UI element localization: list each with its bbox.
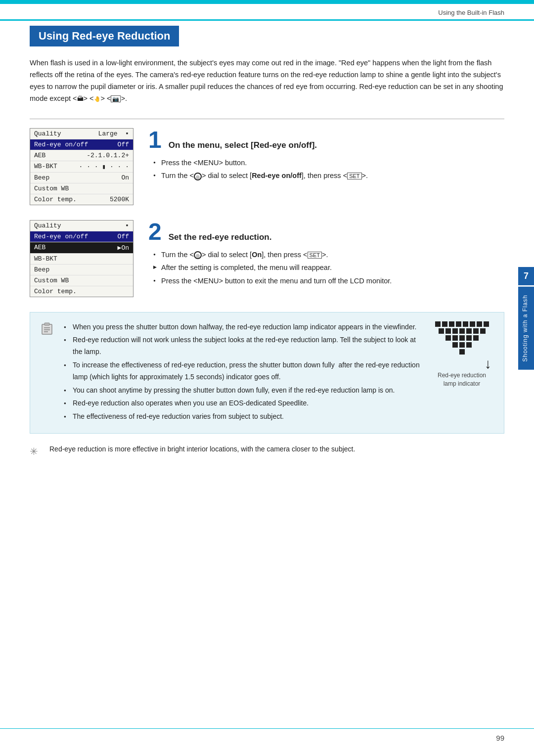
- lamp-seg: [449, 321, 454, 327]
- lamp-seg: [459, 349, 465, 355]
- header-label: Using the Built-in Flash: [438, 9, 504, 16]
- step-2-bullets: Turn the <◎> dial to select [On], then p…: [148, 249, 504, 287]
- lamp-seg: [484, 321, 489, 327]
- menu-row-colortemp-1: Color temp.5200K: [30, 194, 133, 205]
- lamp-row-2: [439, 328, 486, 334]
- menu-row-beep-2: Beep: [30, 265, 133, 275]
- lamp-seg: [435, 321, 441, 327]
- info-box: When you press the shutter button down h…: [30, 312, 504, 434]
- step-2-header: 2 Set the red-eye reduction.: [148, 220, 504, 244]
- sidebar-tab-number: 7: [518, 267, 534, 285]
- step-2-bullet-2: After the setting is completed, the menu…: [153, 262, 504, 274]
- step-2-title: Set the red-eye reduction.: [169, 232, 272, 242]
- lamp-seg: [456, 321, 461, 327]
- lamp-seg: [470, 321, 475, 327]
- lamp-seg: [463, 321, 468, 327]
- step-1-bullet-2: Turn the <◎> dial to select [Red-eye on/…: [153, 170, 504, 182]
- step-1-row: QualityLarge ▪ Red-eye on/offOff AEB-2.1…: [30, 128, 504, 205]
- lamp-seg: [452, 335, 458, 341]
- lamp-seg: [473, 328, 479, 334]
- lamp-seg: [459, 342, 465, 348]
- info-bullet-2: Red-eye reduction will not work unless t…: [64, 334, 420, 358]
- menu-row-quality: QualityLarge ▪: [30, 129, 133, 139]
- info-bullet-6: The effectiveness of red-eye reduction v…: [64, 411, 420, 423]
- page-header: Using the Built-in Flash: [0, 4, 534, 19]
- svg-rect-0: [42, 324, 52, 334]
- info-bullet-3: To increase the effectiveness of red-eye…: [64, 359, 420, 383]
- lamp-row-3: [445, 335, 479, 341]
- step-2-content: 2 Set the red-eye reduction. Turn the <◎…: [148, 220, 504, 288]
- menu-row-beep-1: BeepOn: [30, 173, 133, 183]
- lamp-seg: [439, 328, 444, 334]
- bottom-accent-line: [0, 728, 534, 729]
- lamp-seg: [442, 321, 447, 327]
- menu-row-customwb-1: Custom WB: [30, 183, 133, 194]
- step-1-bullet-1: Press the <MENU> button.: [153, 157, 504, 169]
- lamp-arrow: ↓: [430, 358, 494, 369]
- sidebar-tab-label: Shooting with a Flash: [518, 287, 534, 370]
- tip-icon: ✳: [30, 444, 44, 460]
- menu-row-aeb-2: AEB▶On: [30, 242, 133, 254]
- lamp-seg: [473, 335, 479, 341]
- tip-box: ✳ Red-eye reduction is more effective in…: [30, 444, 504, 460]
- step-2-bullet-1: Turn the <◎> dial to select [On], then p…: [153, 249, 504, 261]
- info-bullet-4: You can shoot anytime by pressing the sh…: [64, 385, 420, 397]
- lamp-row-1: [435, 321, 489, 327]
- lamp-seg: [466, 342, 472, 348]
- lamp-seg: [480, 328, 486, 334]
- section-title: Using Red-eye Reduction: [30, 26, 179, 46]
- lamp-seg: [452, 328, 458, 334]
- page-number: 99: [496, 734, 504, 742]
- main-content: Using Red-eye Reduction When flash is us…: [0, 21, 534, 489]
- info-bullet-1: When you press the shutter button down h…: [64, 321, 420, 333]
- lamp-row-4: [452, 342, 472, 348]
- lamp-seg: [459, 335, 465, 341]
- step-2-row: Quality ▪ Red-eye on/offOff AEB▶On WB-BK…: [30, 220, 504, 297]
- step-1-bullets: Press the <MENU> button. Turn the <◎> di…: [148, 157, 504, 182]
- step-2-bullet-3: Press the <MENU> button to exit the menu…: [153, 275, 504, 287]
- intro-paragraph: When flash is used in a low-light enviro…: [30, 57, 504, 105]
- info-content: When you press the shutter button down h…: [64, 321, 420, 424]
- step-1-header: 1 On the menu, select [Red-eye on/off].: [148, 128, 504, 152]
- lamp-seg: [445, 328, 451, 334]
- camera-menu-1: QualityLarge ▪ Red-eye on/offOff AEB-2.1…: [30, 128, 134, 205]
- menu-row-wbbkt-1: WB-BKT· · · ▮ · · ·: [30, 161, 133, 173]
- lamp-seg: [452, 342, 458, 348]
- menu-mockup-1: QualityLarge ▪ Red-eye on/offOff AEB-2.1…: [30, 128, 134, 205]
- menu-row-colortemp-2: Color temp.: [30, 286, 133, 297]
- top-accent-bar: [0, 0, 534, 4]
- menu-row-redeye-1: Red-eye on/offOff: [30, 139, 133, 150]
- tip-text: Red-eye reduction is more effective in b…: [49, 444, 355, 455]
- info-bullet-5: Red-eye reduction also operates when you…: [64, 398, 420, 409]
- menu-row-redeye-2: Red-eye on/offOff: [30, 231, 133, 242]
- lamp-seg: [466, 328, 472, 334]
- lamp-label: Red-eye reductionlamp indicator: [438, 371, 486, 388]
- lamp-row-5: [459, 349, 465, 355]
- step-1-content: 1 On the menu, select [Red-eye on/off]. …: [148, 128, 504, 183]
- lamp-seg: [459, 328, 465, 334]
- lamp-seg: [477, 321, 482, 327]
- menu-mockup-2: Quality ▪ Red-eye on/offOff AEB▶On WB-BK…: [30, 220, 134, 297]
- lamp-seg: [445, 335, 451, 341]
- lamp-bars: [435, 321, 489, 355]
- svg-rect-1: [44, 323, 49, 325]
- lamp-seg: [466, 335, 472, 341]
- info-bullets: When you press the shutter button down h…: [64, 321, 420, 423]
- menu-row-quality-2: Quality ▪: [30, 221, 133, 231]
- step-1-title: On the menu, select [Red-eye on/off].: [169, 140, 317, 150]
- steps-container: QualityLarge ▪ Red-eye on/offOff AEB-2.1…: [30, 128, 504, 297]
- camera-menu-2: Quality ▪ Red-eye on/offOff AEB▶On WB-BK…: [30, 220, 134, 297]
- step-divider: [30, 119, 504, 119]
- step-1-number: 1: [148, 128, 162, 152]
- lamp-indicator-box: ↓ Red-eye reductionlamp indicator: [430, 321, 494, 388]
- menu-row-customwb-2: Custom WB: [30, 275, 133, 286]
- menu-row-aeb: AEB-2.1.0.1.2+: [30, 150, 133, 161]
- step-2-number: 2: [148, 220, 162, 244]
- info-icon: [40, 321, 54, 338]
- menu-row-wbbkt-2: WB-BKT: [30, 254, 133, 265]
